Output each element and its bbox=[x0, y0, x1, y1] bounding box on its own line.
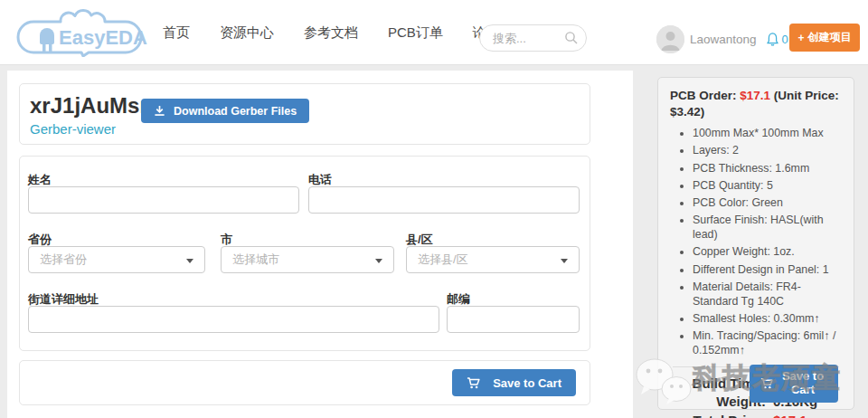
spec-item: PCB Color: Green bbox=[693, 196, 842, 211]
zip-field[interactable] bbox=[447, 306, 580, 333]
province-select-value: 选择省份 bbox=[40, 252, 87, 266]
order-price: $17.1 bbox=[740, 89, 770, 102]
chevron-down-icon bbox=[561, 259, 568, 263]
spec-item: PCB Thickness: 1.6mm bbox=[693, 162, 842, 176]
plus-icon: + bbox=[797, 32, 804, 44]
main-nav: 首页 资源中心 参考文档 PCB订单 论坛 bbox=[163, 0, 500, 65]
total-price-value: $17.1 bbox=[773, 412, 840, 418]
user-area: Laowantong 0 bbox=[656, 24, 788, 53]
address-form-card: 姓名 电话 省份 选择省份 市 选择城市 县/区 选择县/区 街道详细地址 邮编 bbox=[19, 156, 590, 351]
project-title: xrJ1jAuMsm bbox=[30, 93, 159, 119]
cart-icon bbox=[760, 377, 773, 390]
order-summary-title: PCB Order: $17.1 (Unit Price: $3.42) bbox=[670, 88, 842, 119]
order-title-prefix: PCB Order: bbox=[670, 89, 737, 102]
total-price-label: Total Price: bbox=[670, 412, 766, 418]
save-card: Save to Cart bbox=[19, 360, 590, 405]
top-header: EasyEDA 首页 资源中心 参考文档 PCB订单 论坛 Laowantong… bbox=[0, 0, 868, 65]
spec-item: Smallest Holes: 0.30mm↑ bbox=[693, 312, 842, 327]
sidebar-save-to-cart-button[interactable]: Save to Cart bbox=[750, 365, 838, 403]
nav-item-resources[interactable]: 资源中心 bbox=[220, 24, 274, 42]
save-to-cart-button[interactable]: Save to Cart bbox=[452, 369, 576, 396]
spec-item: 100mm Max* 100mm Max bbox=[693, 127, 842, 141]
download-gerber-label: Download Gerber Files bbox=[174, 105, 297, 118]
spec-item: Min. Tracing/Spacing: 6mil↑ / 0.152mm↑ bbox=[693, 329, 842, 358]
save-to-cart-label: Save to Cart bbox=[493, 376, 561, 390]
phone-field[interactable] bbox=[308, 186, 580, 214]
svg-text:EasyEDA: EasyEDA bbox=[59, 26, 147, 49]
spec-item: Copper Weight: 1oz. bbox=[693, 245, 842, 260]
city-select[interactable]: 选择城市 bbox=[221, 246, 394, 273]
download-icon bbox=[154, 105, 165, 117]
bell-icon[interactable] bbox=[766, 32, 779, 47]
chevron-down-icon bbox=[186, 259, 193, 263]
city-select-value: 选择城市 bbox=[232, 252, 279, 266]
easyeda-logo[interactable]: EasyEDA bbox=[11, 8, 148, 57]
plug-icon bbox=[40, 28, 54, 44]
spec-list: 100mm Max* 100mm Max Layers: 2 PCB Thick… bbox=[670, 127, 842, 358]
total-price-row: Total Price: $17.1 bbox=[670, 412, 840, 418]
nav-item-home[interactable]: 首页 bbox=[163, 24, 190, 42]
create-project-button[interactable]: + 创建项目 bbox=[789, 24, 860, 52]
pcb-order-summary: PCB Order: $17.1 (Unit Price: $3.42) 100… bbox=[657, 77, 854, 410]
cart-icon bbox=[467, 376, 480, 390]
nav-item-pcb-order[interactable]: PCB订单 bbox=[388, 24, 443, 42]
search-icon[interactable] bbox=[564, 31, 579, 45]
name-field[interactable] bbox=[28, 186, 299, 214]
spec-item: Surface Finish: HASL(with lead) bbox=[693, 214, 842, 242]
main-content: xrJ1jAuMsm Download Gerber Files Gerber-… bbox=[7, 71, 633, 418]
avatar[interactable] bbox=[656, 25, 684, 53]
notification-count[interactable]: 0 bbox=[782, 33, 788, 46]
spec-item: Material Details: FR4-Standard Tg 140C bbox=[693, 280, 842, 309]
create-project-label: 创建项目 bbox=[808, 30, 852, 45]
spec-item: Layers: 2 bbox=[693, 144, 842, 158]
username[interactable]: Laowantong bbox=[690, 33, 757, 46]
spec-item: Different Design in Panel: 1 bbox=[693, 263, 842, 278]
province-select[interactable]: 选择省份 bbox=[28, 246, 205, 273]
spec-item: PCB Quantity: 5 bbox=[693, 179, 842, 194]
download-gerber-button[interactable]: Download Gerber Files bbox=[141, 99, 309, 123]
user-icon bbox=[656, 25, 684, 53]
search-box bbox=[479, 24, 587, 52]
district-select[interactable]: 选择县/区 bbox=[406, 246, 580, 273]
gerber-viewer-link[interactable]: Gerber-viewer bbox=[30, 121, 116, 137]
nav-item-docs[interactable]: 参考文档 bbox=[304, 24, 358, 42]
district-select-value: 选择县/区 bbox=[418, 252, 468, 266]
street-field[interactable] bbox=[28, 306, 439, 333]
project-card: xrJ1jAuMsm Download Gerber Files Gerber-… bbox=[19, 83, 590, 145]
chevron-down-icon bbox=[375, 259, 382, 263]
sidebar-save-to-cart-label: Save to Cart bbox=[778, 370, 827, 397]
